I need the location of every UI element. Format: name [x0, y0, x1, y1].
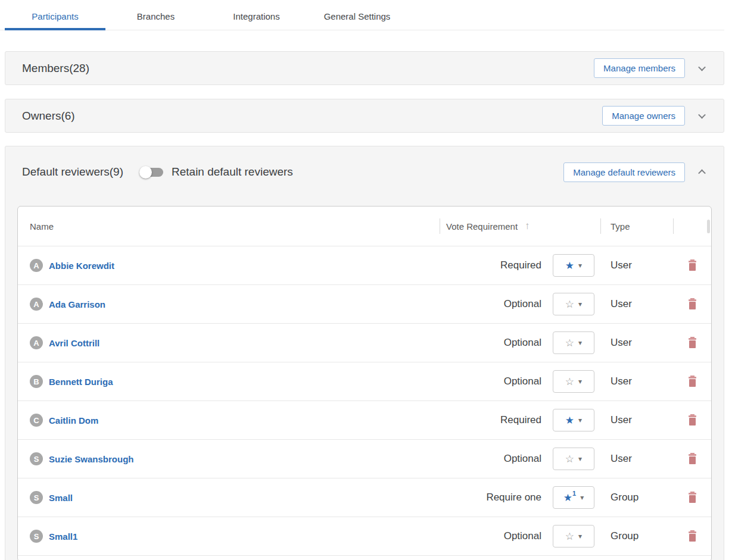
star-icon: ★	[565, 261, 574, 271]
reviewer-type: User	[600, 453, 673, 465]
sort-ascending-icon: ↑	[525, 220, 530, 232]
chevron-down-icon	[698, 111, 706, 119]
vote-requirement-text: Optional	[504, 298, 541, 310]
vote-requirement-text: Required	[500, 414, 541, 426]
caret-down-icon: ▾	[578, 301, 582, 308]
vote-requirement-dropdown[interactable]: ☆ ▾	[553, 525, 594, 548]
caret-down-icon: ▾	[578, 417, 582, 424]
delete-reviewer-button[interactable]	[689, 454, 696, 464]
caret-down-icon: ▾	[578, 378, 582, 385]
reviewer-name-link[interactable]: Bennett Duriga	[49, 377, 113, 387]
manage-default-reviewers-button[interactable]: Manage default reviewers	[563, 162, 685, 182]
vote-requirement-dropdown[interactable]: ☆ ▾	[553, 448, 594, 470]
toggle-knob	[139, 166, 152, 179]
delete-reviewer-button[interactable]	[689, 377, 696, 387]
owners-section: Owners(6) Manage owners	[5, 99, 724, 133]
owners-section-title: Owners(6)	[22, 110, 75, 123]
reviewer-avatar: A	[30, 336, 43, 349]
delete-reviewer-button[interactable]	[689, 493, 696, 503]
column-header-name[interactable]: Name	[18, 221, 440, 231]
tab-branches[interactable]: Branches	[105, 0, 206, 30]
column-header-actions	[673, 218, 711, 234]
vote-requirement-dropdown[interactable]: ★ ▾	[553, 254, 594, 277]
trash-icon	[689, 261, 696, 262]
reviewer-type: Group	[600, 492, 673, 503]
tab-general-settings[interactable]: General Settings	[307, 0, 407, 30]
table-row: A Ada Garrison Optional ☆ ▾ User	[18, 284, 711, 323]
table-scrollbar-thumb[interactable]	[707, 220, 710, 233]
table-row: S Suzie Swansbrough Optional ☆ ▾ User	[18, 439, 711, 478]
delete-reviewer-button[interactable]	[689, 299, 696, 309]
star-icon: ☆	[565, 454, 574, 464]
table-row: B Bennett Duriga Optional ☆ ▾ User	[18, 362, 711, 401]
reviewer-name-link[interactable]: Small	[49, 493, 73, 503]
delete-reviewer-button[interactable]	[689, 531, 696, 542]
trash-icon	[689, 299, 696, 301]
retain-default-reviewers-toggle[interactable]	[141, 168, 163, 177]
table-row: S Small1 Optional ☆ ▾ Group	[18, 517, 711, 555]
chevron-up-icon	[698, 169, 706, 177]
star-icon: ★	[565, 415, 574, 426]
reviewer-type: User	[600, 414, 673, 426]
reviewer-avatar: S	[30, 530, 43, 543]
trash-icon	[689, 415, 696, 417]
reviewer-name-link[interactable]: Caitlin Dom	[49, 415, 98, 426]
column-header-vote-requirement[interactable]: Vote Requirement ↑	[440, 218, 600, 234]
reviewer-avatar: B	[30, 375, 43, 388]
reviewers-table-header: Name Vote Requirement ↑ Type	[18, 207, 711, 246]
delete-reviewer-button[interactable]	[689, 415, 696, 426]
owners-expand-toggle[interactable]	[695, 110, 708, 123]
trash-icon	[689, 454, 696, 456]
vote-requirement-dropdown[interactable]: ☆ ▾	[553, 370, 594, 393]
vote-requirement-text: Optional	[504, 376, 541, 387]
reviewer-type: User	[600, 298, 673, 310]
chevron-down-icon	[698, 64, 706, 71]
reviewer-type: User	[600, 337, 673, 349]
vote-requirement-dropdown[interactable]: ☆ ▾	[553, 331, 594, 354]
members-expand-toggle[interactable]	[695, 62, 708, 75]
column-header-type[interactable]: Type	[600, 218, 673, 234]
members-section-title: Members(28)	[22, 62, 89, 75]
star-icon: ☆	[565, 377, 574, 387]
settings-tabbar: Participants Branches Integrations Gener…	[0, 0, 724, 30]
delete-reviewer-button[interactable]	[689, 338, 696, 348]
vote-requirement-header-label: Vote Requirement	[446, 221, 518, 231]
star-icon: ★	[563, 493, 572, 503]
tab-integrations[interactable]: Integrations	[206, 0, 307, 30]
star-count: 1	[572, 490, 576, 497]
vote-requirement-text: Optional	[504, 530, 541, 542]
vote-requirement-text: Required	[500, 259, 541, 271]
table-row: A Abbie Korewdit Required ★ ▾ User	[18, 246, 711, 284]
vote-requirement-text: Optional	[504, 453, 541, 465]
reviewer-name-link[interactable]: Abbie Korewdit	[49, 261, 114, 271]
delete-reviewer-button[interactable]	[689, 261, 696, 271]
reviewer-name-link[interactable]: Suzie Swansbrough	[49, 454, 134, 464]
table-row: S Small Require one ★ 1 ▾ Group	[18, 478, 711, 517]
vote-requirement-dropdown[interactable]: ★ 1 ▾	[553, 486, 594, 509]
default-reviewers-collapse-toggle[interactable]	[695, 165, 708, 179]
reviewer-type: Group	[600, 530, 673, 542]
table-row: C Caitlin Dom Required ★ ▾ User	[18, 401, 711, 439]
trash-icon	[689, 531, 696, 533]
members-section: Members(28) Manage members	[5, 51, 724, 85]
vote-requirement-dropdown[interactable]: ☆ ▾	[553, 293, 594, 315]
manage-members-button[interactable]: Manage members	[594, 58, 685, 78]
caret-down-icon: ▾	[578, 339, 582, 346]
reviewer-avatar: A	[30, 259, 43, 272]
tab-participants[interactable]: Participants	[5, 0, 105, 30]
caret-down-icon: ▾	[578, 262, 582, 269]
caret-down-icon: ▾	[580, 494, 584, 501]
partial-next-row	[18, 555, 711, 560]
star-icon: ☆	[565, 531, 574, 542]
default-reviewers-section: Default reviewers(9) Retain default revi…	[5, 146, 724, 560]
reviewer-avatar: S	[30, 452, 43, 465]
reviewer-name-link[interactable]: Ada Garrison	[49, 299, 105, 309]
table-row: A Avril Cottrill Optional ☆ ▾ User	[18, 323, 711, 362]
reviewer-name-link[interactable]: Avril Cottrill	[49, 338, 99, 348]
manage-owners-button[interactable]: Manage owners	[602, 106, 685, 126]
reviewer-type: User	[600, 259, 673, 271]
reviewer-name-link[interactable]: Small1	[49, 531, 77, 542]
trash-icon	[689, 377, 696, 378]
vote-requirement-dropdown[interactable]: ★ ▾	[553, 409, 594, 431]
reviewers-table: Name Vote Requirement ↑ Type A Abbie Kor…	[17, 206, 712, 560]
